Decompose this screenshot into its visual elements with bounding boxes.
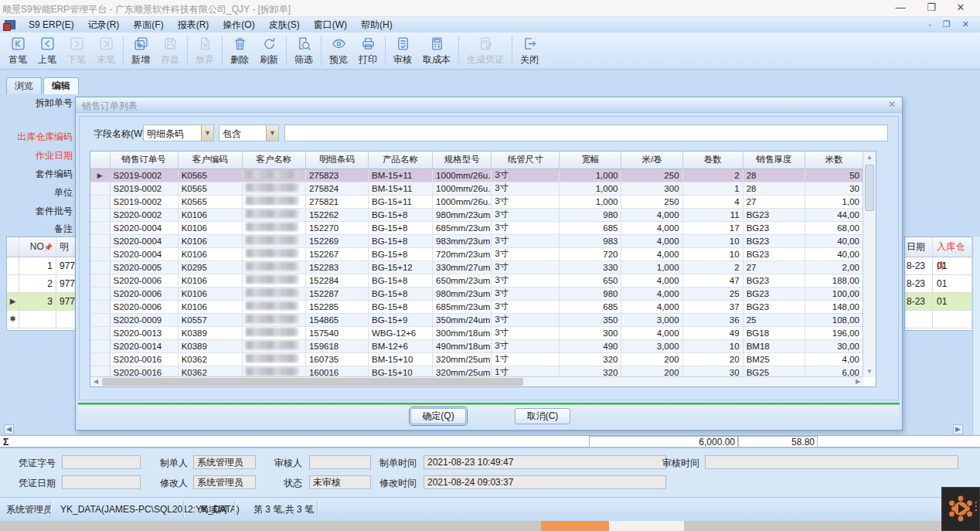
v-scroll-thumb[interactable] [865, 165, 874, 211]
删除-button[interactable]: 删除 [225, 32, 254, 69]
mdi-window-controls[interactable]: - ❐ ✕ [928, 19, 974, 29]
grid-vertical-scrollbar[interactable]: ▲ ▼ [863, 151, 876, 377]
sales-order-row[interactable]: S2020-0016K0362160735BM-15+10320mm/25um.… [90, 352, 863, 366]
field-label-0: 拆卸单号 [0, 97, 73, 110]
detail-grid-right-fragment[interactable]: 日期入库仓库8-23018-23018-2301 [904, 237, 971, 331]
menu-item-0[interactable]: 记录(R) [81, 17, 127, 33]
修改时间-field[interactable]: 2021-08-24 09:03:37 [424, 475, 666, 489]
bg-row[interactable]: ▶397792 [7, 293, 75, 311]
col-9[interactable]: 卷数 [682, 151, 743, 168]
bg-scroll-right-arrow[interactable]: ▶ [953, 424, 963, 434]
sales-order-row[interactable]: S2020-0006K0106152284BG-15+8650mm/23um..… [90, 274, 863, 287]
erp-main-window: 顺景S9智能ERP管理平台 - 广东顺景软件科技有限公司_QJY - [拆卸单]… [0, 0, 980, 531]
生成凭证-button: 生成凭证 [461, 32, 509, 69]
scroll-left-icon[interactable]: ◀ [90, 377, 101, 386]
tab-browse[interactable]: 浏览 [6, 77, 42, 94]
sales-order-row[interactable]: S2020-0004K0106152270BG-15+8685mm/23um..… [90, 221, 863, 234]
取成本-button[interactable]: 取成本 [417, 32, 456, 69]
desktop-logo-overlay[interactable]: ••• [941, 487, 980, 531]
operator-select[interactable]: 包含 ▼ [219, 124, 279, 141]
menu-s9erp[interactable]: S9 ERP(E) [22, 18, 81, 32]
打印-button[interactable]: 打印 [353, 32, 383, 69]
bg-row[interactable]: 197792 [7, 257, 75, 275]
col-no: NO📌 [19, 237, 56, 257]
col-3[interactable]: 明细条码 [305, 151, 368, 168]
h-scroll-thumb[interactable] [102, 378, 523, 386]
customer-name-redacted [242, 247, 305, 260]
field-label-1: 出库仓库编码 [0, 131, 73, 144]
bg-row[interactable]: 8-2301 [905, 275, 971, 293]
筛选-button[interactable]: 筛选 [289, 32, 318, 69]
col-2[interactable]: 客户名称 [242, 151, 305, 168]
审核-button[interactable]: 审核 [388, 32, 417, 69]
col-8[interactable]: 米/卷 [621, 151, 682, 168]
bg-row[interactable]: 297792 [7, 275, 75, 293]
dialog-title-bar[interactable]: 销售订单列表 ✕ [76, 97, 902, 113]
customer-name-redacted [242, 234, 305, 247]
sales-order-row[interactable]: S2020-0005K0295152283BG-15+12330mm/27um.… [90, 260, 863, 274]
sigma-symbol: Σ [3, 437, 9, 448]
关闭-button[interactable]: 关闭 [515, 32, 544, 69]
sales-order-row[interactable]: S2020-0006K0106152287BG-15+8980mm/23um..… [90, 287, 863, 300]
bg-row[interactable]: 8-2301 [905, 293, 971, 311]
scroll-down-icon[interactable]: ▼ [863, 366, 876, 377]
customer-name-redacted [242, 339, 305, 352]
field-name-select[interactable]: 明细条码 ▼ [143, 124, 214, 141]
col-7[interactable]: 宽幅 [560, 151, 621, 168]
minimize-button[interactable]: — [889, 2, 912, 13]
刷新-button[interactable]: 刷新 [254, 32, 284, 69]
审核时间-field[interactable] [705, 455, 958, 469]
sales-order-row[interactable]: S2020-0013K0389157540WBG-12+6300mm/18um.… [90, 326, 863, 339]
maximize-button[interactable]: ❐ [920, 2, 943, 13]
col-6[interactable]: 纸管尺寸 [492, 151, 560, 168]
bg-row[interactable]: 8-2301 [905, 257, 971, 275]
预览-button[interactable]: 预览 [324, 32, 353, 69]
bg-row[interactable]: ✱ [7, 311, 75, 328]
filter-query-input[interactable] [284, 124, 888, 141]
chevron-down-icon[interactable]: ▼ [201, 125, 213, 141]
col-5[interactable]: 规格型号 [433, 151, 492, 168]
首笔-button[interactable]: 首笔 [3, 32, 32, 69]
cancel-button[interactable]: 取消(C) [515, 408, 570, 424]
grid-horizontal-scrollbar[interactable]: ◀ ▶ [90, 376, 863, 386]
新增-button[interactable]: 新增 [126, 32, 155, 69]
scroll-up-icon[interactable]: ▲ [863, 151, 876, 163]
menu-item-6[interactable]: 帮助(H) [354, 17, 400, 33]
sales-order-row[interactable]: S2020-0009K0557154865BG-15+9350mm/24um..… [90, 313, 863, 326]
status-user: 系统管理员 [6, 502, 53, 516]
dialog-close-icon[interactable]: ✕ [888, 99, 896, 110]
sales-order-row[interactable]: ▶S2019-0002K0565275823BM-15+111000mm/26u… [90, 168, 863, 182]
customer-name-redacted [242, 260, 305, 274]
tab-edit[interactable]: 编辑 [43, 77, 79, 94]
taskbar-app[interactable] [609, 521, 684, 531]
qty-total: 6,000.00 [589, 436, 738, 448]
sales-order-row[interactable]: S2020-0004K0106152267BG-15+8720mm/23um..… [90, 247, 863, 260]
ok-button[interactable]: 确定(Q) [410, 408, 466, 424]
sales-order-row[interactable]: S2019-0002K0565275824BM-15+111000mm/26u.… [90, 182, 863, 195]
bg-scroll-left-arrow[interactable]: ◀ [4, 424, 14, 434]
col-4[interactable]: 产品名称 [368, 151, 432, 168]
taskbar-active-app[interactable] [541, 521, 609, 531]
menu-item-5[interactable]: 窗口(W) [307, 17, 354, 33]
menu-item-1[interactable]: 界面(F) [126, 17, 170, 33]
menu-item-3[interactable]: 操作(O) [216, 17, 261, 33]
col-0[interactable]: 销售订单号 [110, 151, 178, 168]
上笔-button[interactable]: 上笔 [32, 32, 62, 69]
col-1[interactable]: 客户编码 [178, 151, 242, 168]
sales-order-row[interactable]: S2020-0006K0106152285BG-15+8685mm/23um..… [90, 300, 863, 313]
sales-order-grid[interactable]: 销售订单号客户编码客户名称明细条码产品名称规格型号纸管尺寸宽幅米/卷卷数销售厚度… [90, 151, 876, 387]
sales-order-row[interactable]: S2020-0004K0106152269BG-15+8983mm/23um..… [90, 234, 863, 247]
sales-order-row[interactable]: S2020-0002K0106152262BG-15+8980mm/23um..… [90, 208, 863, 221]
sales-order-row[interactable]: S2020-0014K0389159618BM-12+6490mm/18um..… [90, 339, 863, 352]
close-button[interactable]: ✕ [949, 2, 972, 13]
menu-item-4[interactable]: 皮肤(S) [262, 17, 307, 33]
scroll-right-icon[interactable]: ▶ [852, 377, 863, 386]
col-11[interactable]: 米数 [805, 151, 863, 168]
window-title: 顺景S9智能ERP管理平台 - 广东顺景软件科技有限公司_QJY - [拆卸单] [2, 3, 291, 16]
detail-grid-left-fragment[interactable]: NO📌明197792297792▶397792✱ [6, 237, 76, 331]
chevron-down-icon[interactable]: ▼ [266, 125, 278, 141]
sales-order-row[interactable]: S2019-0002K0565275821BG-15+111000mm/26u.… [90, 195, 863, 208]
menu-item-2[interactable]: 报表(R) [171, 17, 216, 33]
col-10[interactable]: 销售厚度 [743, 151, 805, 168]
bg-row[interactable] [905, 311, 971, 328]
